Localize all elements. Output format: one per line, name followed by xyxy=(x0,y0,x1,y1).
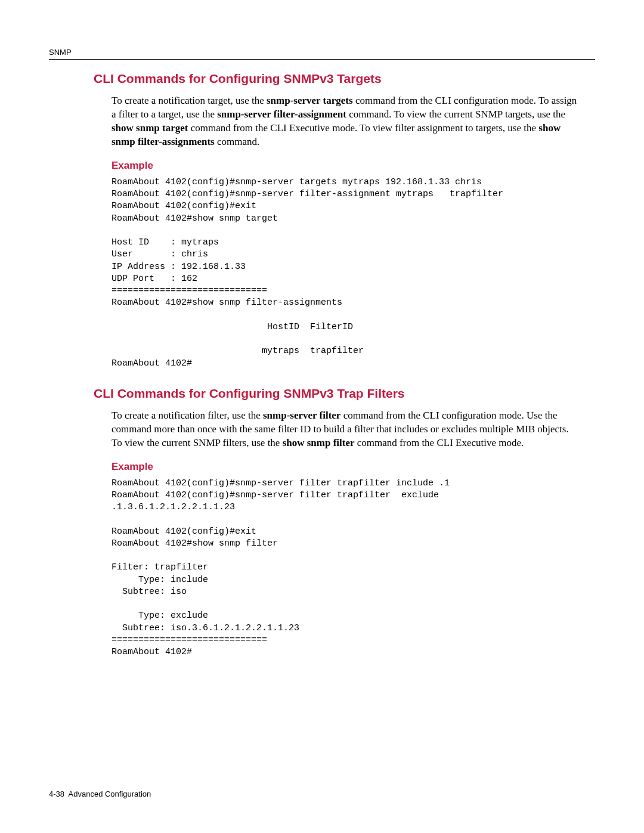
text-run: command from the CLI Executive mode. To … xyxy=(188,122,538,134)
text-run: To create a notification filter, use the xyxy=(112,410,263,421)
page: SNMP CLI Commands for Configuring SNMPv3… xyxy=(0,0,644,833)
header-rule xyxy=(49,59,595,60)
bold-term: snmp-server filter-assignment xyxy=(217,109,346,120)
text-run: To create a notification target, use the xyxy=(112,95,267,106)
code-block-2: RoamAbout 4102(config)#snmp-server filte… xyxy=(112,478,595,659)
section-title-filters: CLI Commands for Configuring SNMPv3 Trap… xyxy=(94,386,595,401)
text-run: command. xyxy=(215,136,260,147)
text-run: command from the CLI Executive mode. xyxy=(355,437,524,448)
section-1-paragraph: To create a notification target, use the… xyxy=(112,94,577,149)
bold-term: snmp-server targets xyxy=(267,95,353,106)
section-2-paragraph: To create a notification filter, use the… xyxy=(112,409,577,450)
bold-term: show snmp target xyxy=(112,122,188,134)
page-footer: 4-38 Advanced Configuration xyxy=(49,789,151,798)
example-heading-2: Example xyxy=(112,461,595,473)
page-number: 4-38 xyxy=(49,789,64,798)
section-title-targets: CLI Commands for Configuring SNMPv3 Targ… xyxy=(94,72,595,86)
text-run: command. To view the current SNMP target… xyxy=(346,109,565,120)
running-head: SNMP xyxy=(49,48,595,57)
footer-label: Advanced Configuration xyxy=(69,789,151,798)
bold-term: snmp-server filter xyxy=(263,410,340,421)
example-heading-1: Example xyxy=(112,160,595,172)
bold-term: show snmp filter xyxy=(283,437,355,448)
code-block-1: RoamAbout 4102(config)#snmp-server targe… xyxy=(112,176,595,370)
